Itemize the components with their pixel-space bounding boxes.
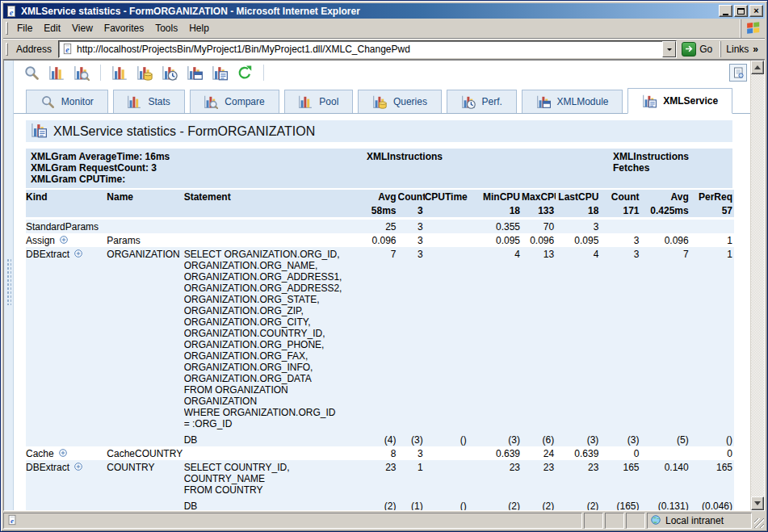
maximize-button[interactable] — [734, 5, 748, 17]
value-cell — [425, 446, 468, 460]
close-button[interactable]: × — [749, 5, 763, 17]
value-cell: (3) — [556, 430, 600, 446]
expand-icon[interactable] — [73, 249, 83, 258]
status-bar: e Local intranet — [3, 511, 765, 529]
expand-icon[interactable] — [59, 235, 69, 245]
value-cell: (0.131) — [641, 496, 690, 510]
xmlinstructions-fetches-group-label: XMLInstructions Fetches — [613, 151, 689, 174]
resize-grip[interactable] — [753, 513, 765, 529]
url-text[interactable]: http://localhost/ProjectsBin/MyProject1/… — [77, 44, 662, 55]
status-message-cell: e — [3, 513, 582, 529]
refresh-tool-button[interactable] — [237, 65, 253, 81]
left-panel-splitter[interactable] — [4, 61, 14, 510]
value-cell: 0.355 — [468, 219, 522, 234]
tab-monitor[interactable]: Monitor — [26, 90, 108, 113]
scroll-down-button[interactable] — [751, 496, 764, 510]
app-toolbar — [14, 61, 750, 85]
perf-tool-button[interactable] — [162, 65, 178, 81]
header-value — [107, 203, 183, 219]
name-cell: ORGANIZATION — [107, 247, 183, 430]
security-zone-label: Local intranet — [665, 515, 724, 526]
menu-item-edit[interactable]: Edit — [38, 21, 66, 36]
value-cell: 13 — [522, 247, 556, 430]
links-button[interactable]: Links » — [720, 41, 763, 57]
statement-cell: SELECT ORGANIZATION.ORG_ID, ORGANIZATION… — [184, 247, 360, 430]
value-cell — [641, 446, 690, 460]
stats-tool-button[interactable] — [48, 65, 65, 81]
value-cell: 23 — [359, 460, 397, 496]
table-row: DBExtractCOUNTRYSELECT COUNTRY_ID, COUNT… — [26, 460, 734, 496]
toolbar-separator — [100, 65, 101, 81]
tab-perf[interactable]: Perf. — [447, 90, 517, 113]
value-cell: (165) — [600, 496, 640, 510]
queries-tool-button[interactable] — [136, 65, 153, 81]
row-kind-label: DBExtract — [26, 249, 69, 260]
statement-cell — [184, 219, 360, 234]
name-cell: CacheCOUNTRY — [107, 446, 183, 460]
monitor-tool-button[interactable] — [23, 65, 40, 81]
ie-window-icon: e — [5, 5, 18, 18]
status-cell-3 — [626, 513, 645, 529]
tab-queries[interactable]: Queries — [358, 90, 442, 113]
menu-item-tools[interactable]: Tools — [149, 21, 183, 36]
address-bar: Address e http://localhost/ProjectsBin/M… — [3, 39, 765, 60]
value-cell: 3 — [398, 219, 425, 234]
column-header: LastCPU — [556, 190, 600, 203]
tab-stats[interactable]: Stats — [113, 90, 185, 113]
expand-icon[interactable] — [58, 448, 68, 458]
column-header: Count — [600, 190, 640, 203]
value-cell: (3) — [468, 430, 522, 446]
chevron-down-icon — [667, 48, 672, 53]
row-kind-label: Assign — [26, 235, 55, 246]
tab-compare[interactable]: Compare — [190, 90, 279, 113]
minimize-button[interactable] — [719, 5, 732, 17]
page-info-button[interactable] — [729, 64, 747, 82]
title-bar[interactable]: e XMLService statistics - FormORGANIZATI… — [3, 3, 765, 19]
page-title: XMLService statistics - FormORGANIZATION — [53, 124, 315, 139]
chart-window-icon — [536, 94, 551, 109]
go-arrow-icon — [682, 42, 696, 57]
window-controls: × — [719, 5, 763, 17]
value-cell: 4 — [556, 247, 600, 430]
address-input[interactable]: e http://localhost/ProjectsBin/MyProject… — [58, 40, 677, 58]
column-header: PerReq — [690, 190, 734, 203]
menu-item-view[interactable]: View — [66, 21, 99, 36]
value-cell: () — [690, 430, 734, 446]
column-header: MaxCPU — [522, 190, 556, 203]
menu-grip[interactable] — [6, 22, 8, 35]
value-cell: 1 — [690, 233, 734, 247]
expand-icon[interactable] — [73, 462, 83, 471]
value-cell — [425, 247, 468, 430]
xmlmodule-tool-button[interactable] — [187, 65, 203, 81]
value-cell: 8 — [359, 446, 397, 460]
go-button[interactable]: Go — [680, 42, 717, 57]
statement-cell — [184, 446, 360, 460]
name-cell — [107, 496, 183, 510]
tab-pool[interactable]: Pool — [284, 90, 354, 113]
menu-item-help[interactable]: Help — [183, 21, 215, 36]
svg-text:e: e — [10, 7, 14, 16]
globe-icon — [650, 514, 661, 528]
xmlservice-tool-button[interactable] — [212, 65, 228, 81]
table-subrow: DB(4)(3)()(3)(6)(3)(3)(5)() — [26, 430, 734, 446]
value-cell: 24 — [522, 446, 556, 460]
page-body: XMLService statistics - FormORGANIZATION… — [14, 114, 750, 510]
compare-tool-button[interactable] — [73, 65, 90, 81]
table-row: AssignParams0.09630.0950.0960.09530.0961 — [26, 233, 734, 247]
address-grip[interactable] — [6, 43, 8, 56]
scroll-up-button[interactable] — [751, 61, 764, 74]
menu-item-favorites[interactable]: Favorites — [99, 21, 149, 36]
vertical-scrollbar[interactable] — [750, 61, 764, 510]
arrow-down-icon — [754, 501, 761, 509]
header-value — [184, 203, 360, 219]
menu-item-file[interactable]: File — [11, 21, 38, 36]
address-dropdown-button[interactable] — [662, 41, 676, 57]
table-row: StandardParams2530.355703 — [26, 219, 734, 234]
value-cell: 165 — [600, 460, 640, 496]
tab-xmlservice[interactable]: XMLService — [627, 88, 732, 114]
value-cell: 7 — [359, 247, 397, 430]
tab-xmlmodule[interactable]: XMLModule — [522, 90, 623, 113]
value-cell — [425, 219, 468, 234]
tab-label: Compare — [225, 96, 264, 107]
pool-tool-button[interactable] — [111, 65, 128, 81]
